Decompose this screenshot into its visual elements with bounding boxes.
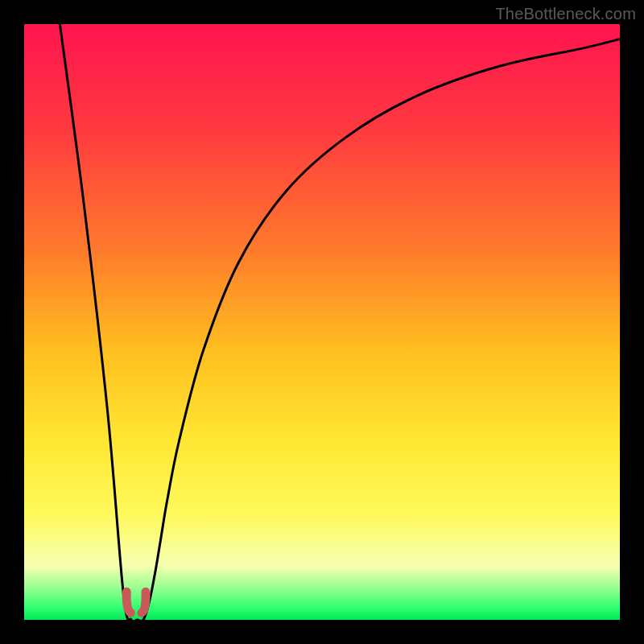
- watermark-text: TheBottleneck.com: [495, 5, 636, 23]
- optimal-marker-left: [126, 592, 130, 613]
- bottleneck-curve: [60, 24, 620, 620]
- curve-svg: [24, 24, 620, 620]
- chart-frame: TheBottleneck.com: [0, 0, 644, 644]
- plot-area: [24, 24, 620, 620]
- optimal-marker-right: [142, 592, 146, 613]
